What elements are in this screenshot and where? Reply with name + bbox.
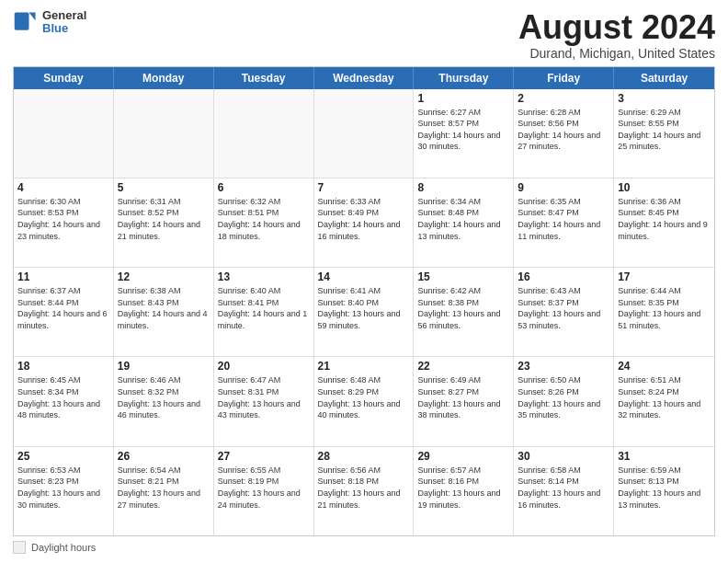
cell-text: Sunrise: 6:28 AM Sunset: 8:56 PM Dayligh… <box>518 107 609 153</box>
day-number: 16 <box>518 270 609 283</box>
legend-box <box>13 541 26 554</box>
cell-text: Sunrise: 6:44 AM Sunset: 8:35 PM Dayligh… <box>618 285 711 331</box>
cell-text: Sunrise: 6:48 AM Sunset: 8:29 PM Dayligh… <box>318 374 410 420</box>
day-number: 19 <box>118 360 210 373</box>
cell-text: Sunrise: 6:47 AM Sunset: 8:31 PM Dayligh… <box>218 374 310 420</box>
calendar-cell: 31Sunrise: 6:59 AM Sunset: 8:13 PM Dayli… <box>614 447 714 535</box>
day-number: 31 <box>618 450 711 463</box>
cell-text: Sunrise: 6:38 AM Sunset: 8:43 PM Dayligh… <box>118 285 210 331</box>
header: General Blue August 2024 Durand, Michiga… <box>13 9 715 61</box>
calendar-cell: 30Sunrise: 6:58 AM Sunset: 8:14 PM Dayli… <box>514 447 614 535</box>
day-number: 15 <box>417 270 509 283</box>
page: General Blue August 2024 Durand, Michiga… <box>0 0 728 563</box>
cell-text: Sunrise: 6:41 AM Sunset: 8:40 PM Dayligh… <box>318 285 410 331</box>
calendar-cell: 18Sunrise: 6:45 AM Sunset: 8:34 PM Dayli… <box>14 357 114 445</box>
calendar-header-cell: Friday <box>514 67 614 89</box>
logo-general: General <box>42 9 86 22</box>
calendar-cell: 19Sunrise: 6:46 AM Sunset: 8:32 PM Dayli… <box>114 357 214 445</box>
subtitle: Durand, Michigan, United States <box>518 46 715 61</box>
day-number: 28 <box>318 450 410 463</box>
calendar-cell: 24Sunrise: 6:51 AM Sunset: 8:24 PM Dayli… <box>614 357 714 445</box>
calendar-cell: 26Sunrise: 6:54 AM Sunset: 8:21 PM Dayli… <box>114 447 214 535</box>
calendar-week: 18Sunrise: 6:45 AM Sunset: 8:34 PM Dayli… <box>14 357 714 446</box>
calendar-cell: 15Sunrise: 6:42 AM Sunset: 8:38 PM Dayli… <box>414 268 514 356</box>
legend-label: Daylight hours <box>31 542 96 553</box>
calendar-cell: 6Sunrise: 6:32 AM Sunset: 8:51 PM Daylig… <box>214 178 314 267</box>
day-number: 1 <box>417 92 509 105</box>
day-number: 21 <box>318 360 410 373</box>
calendar-cell: 22Sunrise: 6:49 AM Sunset: 8:27 PM Dayli… <box>414 357 514 445</box>
logo-icon <box>13 9 39 35</box>
calendar-week: 11Sunrise: 6:37 AM Sunset: 8:44 PM Dayli… <box>14 268 714 357</box>
svg-rect-0 <box>15 13 29 30</box>
calendar-cell: 28Sunrise: 6:56 AM Sunset: 8:18 PM Dayli… <box>314 447 415 535</box>
day-number: 9 <box>518 181 609 194</box>
cell-text: Sunrise: 6:51 AM Sunset: 8:24 PM Dayligh… <box>618 374 711 420</box>
cell-text: Sunrise: 6:56 AM Sunset: 8:18 PM Dayligh… <box>318 465 410 511</box>
cell-text: Sunrise: 6:27 AM Sunset: 8:57 PM Dayligh… <box>417 107 509 153</box>
calendar-week: 1Sunrise: 6:27 AM Sunset: 8:57 PM Daylig… <box>14 89 714 178</box>
calendar-cell <box>14 89 114 178</box>
cell-text: Sunrise: 6:35 AM Sunset: 8:47 PM Dayligh… <box>518 196 609 242</box>
calendar-cell: 23Sunrise: 6:50 AM Sunset: 8:26 PM Dayli… <box>514 357 614 445</box>
calendar-cell: 25Sunrise: 6:53 AM Sunset: 8:23 PM Dayli… <box>14 447 114 535</box>
day-number: 6 <box>218 181 310 194</box>
calendar-cell: 3Sunrise: 6:29 AM Sunset: 8:55 PM Daylig… <box>614 89 714 178</box>
calendar-cell: 17Sunrise: 6:44 AM Sunset: 8:35 PM Dayli… <box>614 268 714 356</box>
day-number: 24 <box>618 360 711 373</box>
calendar-header-row: SundayMondayTuesdayWednesdayThursdayFrid… <box>14 67 714 89</box>
title-block: August 2024 Durand, Michigan, United Sta… <box>518 9 715 61</box>
calendar-cell: 13Sunrise: 6:40 AM Sunset: 8:41 PM Dayli… <box>214 268 314 356</box>
calendar-week: 25Sunrise: 6:53 AM Sunset: 8:23 PM Dayli… <box>14 447 714 535</box>
logo-text: General Blue <box>42 9 86 36</box>
calendar-cell: 7Sunrise: 6:33 AM Sunset: 8:49 PM Daylig… <box>314 178 415 267</box>
cell-text: Sunrise: 6:37 AM Sunset: 8:44 PM Dayligh… <box>17 285 109 331</box>
day-number: 26 <box>118 450 210 463</box>
calendar-cell: 11Sunrise: 6:37 AM Sunset: 8:44 PM Dayli… <box>14 268 114 356</box>
calendar-header-cell: Tuesday <box>214 67 314 89</box>
cell-text: Sunrise: 6:53 AM Sunset: 8:23 PM Dayligh… <box>17 465 109 511</box>
cell-text: Sunrise: 6:54 AM Sunset: 8:21 PM Dayligh… <box>118 465 210 511</box>
calendar-cell: 4Sunrise: 6:30 AM Sunset: 8:53 PM Daylig… <box>14 178 114 267</box>
calendar-cell: 8Sunrise: 6:34 AM Sunset: 8:48 PM Daylig… <box>414 178 514 267</box>
calendar-cell <box>114 89 214 178</box>
logo: General Blue <box>13 9 86 36</box>
day-number: 23 <box>518 360 609 373</box>
calendar-cell: 9Sunrise: 6:35 AM Sunset: 8:47 PM Daylig… <box>514 178 614 267</box>
day-number: 4 <box>17 181 109 194</box>
calendar-cell: 27Sunrise: 6:55 AM Sunset: 8:19 PM Dayli… <box>214 447 314 535</box>
calendar-header-cell: Wednesday <box>314 67 415 89</box>
calendar-cell: 5Sunrise: 6:31 AM Sunset: 8:52 PM Daylig… <box>114 178 214 267</box>
calendar-body: 1Sunrise: 6:27 AM Sunset: 8:57 PM Daylig… <box>14 89 714 535</box>
calendar-header-cell: Sunday <box>14 67 114 89</box>
day-number: 8 <box>417 181 509 194</box>
day-number: 2 <box>518 92 609 105</box>
cell-text: Sunrise: 6:32 AM Sunset: 8:51 PM Dayligh… <box>218 196 310 242</box>
calendar-cell: 12Sunrise: 6:38 AM Sunset: 8:43 PM Dayli… <box>114 268 214 356</box>
cell-text: Sunrise: 6:50 AM Sunset: 8:26 PM Dayligh… <box>518 374 609 420</box>
cell-text: Sunrise: 6:36 AM Sunset: 8:45 PM Dayligh… <box>618 196 711 242</box>
cell-text: Sunrise: 6:34 AM Sunset: 8:48 PM Dayligh… <box>417 196 509 242</box>
cell-text: Sunrise: 6:58 AM Sunset: 8:14 PM Dayligh… <box>518 465 609 511</box>
day-number: 27 <box>218 450 310 463</box>
cell-text: Sunrise: 6:55 AM Sunset: 8:19 PM Dayligh… <box>218 465 310 511</box>
cell-text: Sunrise: 6:42 AM Sunset: 8:38 PM Dayligh… <box>417 285 509 331</box>
legend: Daylight hours <box>13 541 715 554</box>
day-number: 22 <box>417 360 509 373</box>
day-number: 13 <box>218 270 310 283</box>
day-number: 10 <box>618 181 711 194</box>
day-number: 20 <box>218 360 310 373</box>
day-number: 25 <box>17 450 109 463</box>
main-title: August 2024 <box>518 9 715 46</box>
cell-text: Sunrise: 6:30 AM Sunset: 8:53 PM Dayligh… <box>17 196 109 242</box>
calendar-cell: 29Sunrise: 6:57 AM Sunset: 8:16 PM Dayli… <box>414 447 514 535</box>
calendar-cell: 14Sunrise: 6:41 AM Sunset: 8:40 PM Dayli… <box>314 268 415 356</box>
day-number: 17 <box>618 270 711 283</box>
cell-text: Sunrise: 6:59 AM Sunset: 8:13 PM Dayligh… <box>618 465 711 511</box>
calendar-header-cell: Saturday <box>614 67 714 89</box>
calendar-cell <box>314 89 415 178</box>
calendar-week: 4Sunrise: 6:30 AM Sunset: 8:53 PM Daylig… <box>14 178 714 268</box>
day-number: 30 <box>518 450 609 463</box>
day-number: 5 <box>118 181 210 194</box>
day-number: 14 <box>318 270 410 283</box>
